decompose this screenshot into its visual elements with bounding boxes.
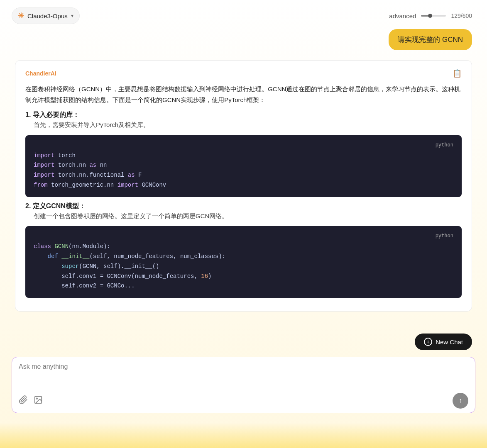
plus-circle-icon: + [424, 338, 432, 346]
input-container: ↑ [12, 357, 475, 413]
ai-author-name: ChandlerAI [25, 70, 56, 77]
code-lang-2: python [34, 233, 453, 239]
svg-point-1 [36, 398, 37, 399]
image-icon[interactable] [34, 395, 43, 407]
step-1: 1. 导入必要的库： 首先，需要安装并导入PyTorch及相关库。 [25, 111, 462, 130]
code-block-1: python import torch import torch.nn as n… [25, 135, 462, 197]
header-right: advanced 129/600 [389, 12, 472, 19]
chat-container: 请实现完整的 GCNN ChandlerAI 📋 在图卷积神经网络（GCNN）中… [0, 29, 487, 329]
user-message-bubble: 请实现完整的 GCNN [389, 29, 472, 50]
code-block-2: python class GCNN(nn.Module): def __init… [25, 226, 462, 298]
plus-icon: + [426, 339, 430, 345]
user-message-wrapper: 请实现完整的 GCNN [15, 29, 472, 50]
code-content-1: import torch import torch.nn as nn impor… [34, 151, 453, 190]
input-actions: ↑ [19, 393, 468, 409]
step-1-num: 1. [25, 111, 31, 118]
model-selector[interactable]: ✳ Claude3-Opus ▾ [12, 7, 80, 24]
model-name-label: Claude3-Opus [27, 12, 68, 19]
new-chat-label: New Chat [436, 338, 463, 346]
footer-gradient [0, 423, 487, 448]
code-content-2: class GCNN(nn.Module): def __init__(self… [34, 242, 453, 291]
ai-response-card: ChandlerAI 📋 在图卷积神经网络（GCNN）中，主要思想是将图结构数据… [15, 60, 472, 312]
bottom-bar: + New Chat [0, 329, 487, 357]
ai-response-header: ChandlerAI 📋 [25, 69, 462, 78]
copy-icon[interactable]: 📋 [453, 69, 462, 78]
chat-input[interactable] [19, 363, 468, 388]
advanced-label: advanced [389, 12, 416, 19]
claude-icon: ✳ [18, 11, 24, 20]
new-chat-button[interactable]: + New Chat [415, 334, 472, 350]
step-2-title: 定义GCNN模型： [33, 202, 86, 209]
step-2-desc: 创建一个包含图卷积层的网络。这里定义了一个简单的两层GCN网络。 [34, 211, 462, 222]
step-2-num: 2. [25, 202, 31, 209]
step-1-desc: 首先，需要安装并导入PyTorch及相关库。 [34, 119, 462, 130]
step-1-title: 导入必要的库： [33, 111, 79, 118]
token-count: 129/600 [451, 12, 472, 19]
header: ✳ Claude3-Opus ▾ advanced 129/600 [0, 0, 487, 29]
code-lang-1: python [34, 142, 453, 148]
ai-intro-text: 在图卷积神经网络（GCNN）中，主要思想是将图结构数据输入到神经网络中进行处理。… [25, 84, 462, 105]
step-2: 2. 定义GCNN模型： 创建一个包含图卷积层的网络。这里定义了一个简单的两层G… [25, 202, 462, 222]
input-left-actions [19, 395, 43, 407]
token-slider[interactable] [421, 15, 446, 17]
send-button[interactable]: ↑ [453, 393, 468, 409]
chevron-down-icon: ▾ [71, 13, 73, 19]
send-arrow-icon: ↑ [459, 397, 462, 404]
attach-icon[interactable] [19, 395, 28, 407]
